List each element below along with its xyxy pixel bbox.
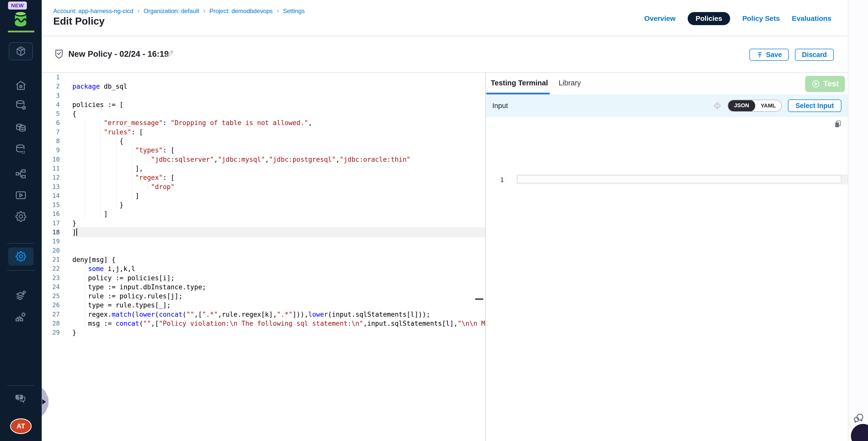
line-code: type = rule.types[_]; xyxy=(72,301,485,310)
format-json-option[interactable]: JSON xyxy=(728,100,755,112)
input-line-number: 1 xyxy=(498,176,504,184)
sidebar-item-database-settings[interactable] xyxy=(0,98,42,113)
line-number: 13 xyxy=(42,182,60,191)
code-line[interactable]: 3 xyxy=(42,91,485,100)
sidebar-item-home[interactable] xyxy=(0,78,42,93)
text-cursor xyxy=(76,228,77,236)
line-number: 11 xyxy=(42,164,60,173)
discard-button[interactable]: Discard xyxy=(795,49,834,61)
line-code: "error_message": "Dropping of table is n… xyxy=(72,118,485,127)
copy-icon[interactable] xyxy=(833,120,842,129)
home-icon xyxy=(14,79,27,92)
harness-dbops-logo-icon[interactable] xyxy=(11,9,30,29)
input-editor[interactable]: 1 xyxy=(486,117,848,441)
line-code: "jdbc:sqlserver","jdbc:mysql","jdbc:post… xyxy=(72,155,485,164)
edit-pencil-icon[interactable] xyxy=(165,49,175,59)
support-chat-icon[interactable] xyxy=(852,412,865,425)
layers-gear-icon xyxy=(14,289,27,302)
test-button[interactable]: Test xyxy=(805,76,845,92)
upload-icon xyxy=(756,52,763,58)
tab-evaluations[interactable]: Evaluations xyxy=(792,14,831,23)
code-editor[interactable]: 12package db_sql34policies := [5{6 "erro… xyxy=(42,73,486,441)
code-line[interactable]: 4policies := [ xyxy=(42,100,485,109)
code-line[interactable]: 9 "types": [ xyxy=(42,146,485,155)
code-line[interactable]: 5{ xyxy=(42,109,485,118)
code-line[interactable]: 17} xyxy=(42,219,485,228)
sidebar-item-pipelines[interactable] xyxy=(0,166,42,181)
code-line[interactable]: 2package db_sql xyxy=(42,82,485,91)
code-line[interactable]: 13 "drop" xyxy=(42,182,485,191)
code-line[interactable]: 22 some i,j,k,l xyxy=(42,264,485,273)
code-line[interactable]: 24 type := input.dbInstance.type; xyxy=(42,283,485,291)
code-line[interactable]: 26 type = rule.types[_]; xyxy=(42,301,485,310)
line-code: "drop" xyxy=(72,182,485,191)
line-number: 7 xyxy=(42,128,60,137)
sidebar-item-database-instances[interactable] xyxy=(0,142,42,157)
line-number: 15 xyxy=(42,200,60,210)
input-value-field[interactable] xyxy=(517,175,841,183)
app-root: NEW xyxy=(0,0,868,441)
tab-overview[interactable]: Overview xyxy=(644,14,676,23)
line-code: policies := [ xyxy=(72,100,485,109)
corner-fab[interactable] xyxy=(851,424,868,441)
line-code xyxy=(72,73,485,82)
tab-policy-sets[interactable]: Policy Sets xyxy=(742,14,780,23)
code-line[interactable]: 10 "jdbc:sqlserver","jdbc:mysql","jdbc:p… xyxy=(42,155,485,164)
code-line[interactable]: 29} xyxy=(42,328,485,337)
code-line[interactable]: 14 ] xyxy=(42,191,485,200)
tab-policies[interactable]: Policies xyxy=(688,12,731,25)
breadcrumb-separator: › xyxy=(203,7,206,15)
line-code: rule := policy.rules[j]; xyxy=(72,291,485,301)
code-line[interactable]: 25 rule := policy.rules[j]; xyxy=(42,291,485,301)
code-line[interactable]: 1 xyxy=(42,73,485,82)
sidebar-item-database-stack[interactable] xyxy=(0,120,42,135)
sidebar-item-org-settings[interactable] xyxy=(0,310,42,325)
line-code: } xyxy=(72,219,485,228)
code-line[interactable]: 7 "rules": [ xyxy=(42,128,485,137)
expand-arrow-icon xyxy=(42,399,46,405)
line-code xyxy=(72,91,485,100)
sidebar-module-cube-button[interactable] xyxy=(9,42,33,60)
sidebar-help-chat[interactable] xyxy=(0,390,42,406)
code-line[interactable]: 27 regex.match(lower(concat("",[".*",rul… xyxy=(42,310,485,319)
breadcrumb-settings-link[interactable]: Settings xyxy=(283,7,305,14)
save-button[interactable]: Save xyxy=(749,49,789,61)
sidebar-item-project-settings-active[interactable] xyxy=(8,247,34,265)
user-avatar[interactable]: AT xyxy=(10,418,32,434)
line-number: 9 xyxy=(42,146,60,155)
line-number: 10 xyxy=(42,155,60,164)
discard-label: Discard xyxy=(802,51,827,59)
code-line[interactable]: 12 "regex": [ xyxy=(42,173,485,182)
code-line[interactable]: 15 } xyxy=(42,200,485,210)
sidebar-item-video-player[interactable] xyxy=(0,188,42,203)
code-line[interactable]: 8 { xyxy=(42,137,485,146)
code-line[interactable]: 23 policy := policies[i]; xyxy=(42,274,485,283)
code-line[interactable]: 20 xyxy=(42,246,485,255)
active-tab-indicator xyxy=(486,93,550,94)
line-number: 26 xyxy=(42,301,60,310)
breadcrumb-project-link[interactable]: Project: demodbdevops xyxy=(210,7,273,14)
page-title: Edit Policy xyxy=(53,15,105,27)
line-number: 24 xyxy=(42,283,60,291)
line-number: 22 xyxy=(42,264,60,273)
overview-ruler-cursor xyxy=(475,298,483,300)
code-line[interactable]: 28 msg := concat("",["Policy violation:\… xyxy=(42,319,485,328)
format-yaml-option[interactable]: YAML xyxy=(755,102,781,109)
code-line[interactable]: 21deny[msg] { xyxy=(42,255,485,264)
code-diamond-icon[interactable] xyxy=(712,100,722,111)
code-line[interactable]: 6 "error_message": "Dropping of table is… xyxy=(42,118,485,127)
select-input-button[interactable]: Select Input xyxy=(788,99,841,112)
code-line[interactable]: 18] xyxy=(42,228,485,237)
breadcrumb-organization-link[interactable]: Organization: default xyxy=(144,7,199,14)
hierarchy-gear-icon xyxy=(14,311,27,324)
tab-testing-terminal[interactable]: Testing Terminal xyxy=(491,79,548,87)
code-line[interactable]: 16 ] xyxy=(42,210,485,219)
tab-library[interactable]: Library xyxy=(559,79,581,87)
code-line[interactable]: 19 xyxy=(42,237,485,246)
sidebar-item-settings[interactable] xyxy=(0,209,42,224)
breadcrumb-account-link[interactable]: Account: app-harness-ng-cicd xyxy=(53,7,133,14)
save-label: Save xyxy=(766,51,782,59)
code-line[interactable]: 11 ], xyxy=(42,164,485,173)
line-code: type := input.dbInstance.type; xyxy=(72,283,485,291)
sidebar-item-layers-settings[interactable] xyxy=(0,288,42,303)
